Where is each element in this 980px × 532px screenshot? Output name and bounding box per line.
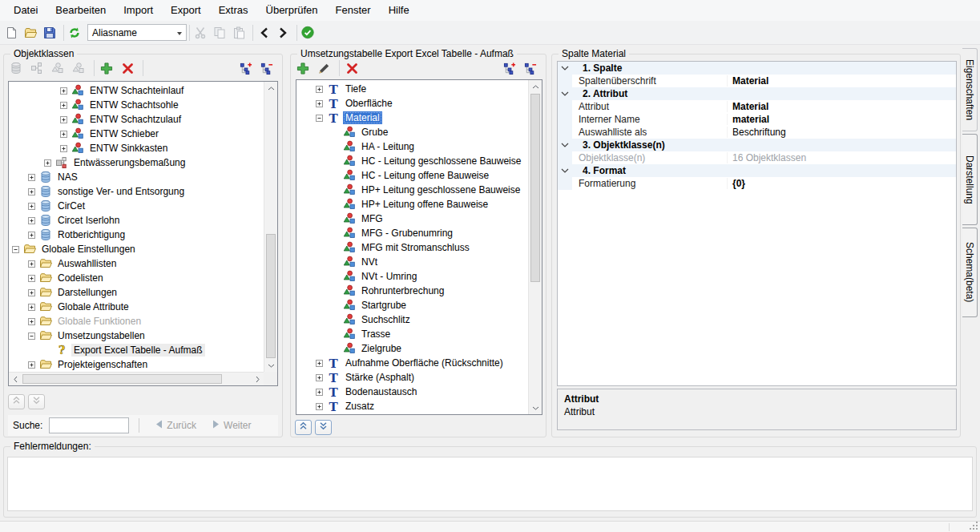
expander-icon[interactable] — [44, 159, 51, 167]
menu-item-hilfe[interactable]: Hilfe — [380, 0, 418, 21]
resize-grip-icon[interactable] — [970, 522, 978, 530]
delete-button[interactable] — [119, 58, 139, 78]
expander-icon[interactable] — [28, 203, 35, 210]
expander-icon[interactable] — [316, 403, 323, 410]
property-category-row[interactable]: 1. Spalte — [558, 62, 956, 75]
property-value[interactable]: {0} — [727, 178, 956, 189]
tree-item[interactable]: Darstellungen — [9, 285, 264, 300]
add-button[interactable] — [99, 58, 118, 78]
collapse-all-button[interactable] — [259, 58, 278, 78]
scrollbar-thumb[interactable] — [22, 374, 222, 384]
tree-item[interactable]: sonstige Ver- und Entsorgung — [9, 184, 264, 199]
property-row[interactable]: Auswahlliste alsBeschriftung — [558, 126, 956, 139]
vertical-scrollbar[interactable] — [264, 82, 277, 372]
tree-item[interactable]: Globale Funktionen — [9, 314, 264, 328]
property-value[interactable]: material — [727, 114, 956, 125]
scrollbar-thumb[interactable] — [266, 234, 276, 358]
expander-icon[interactable] — [60, 145, 67, 152]
delete-button[interactable] — [344, 58, 363, 78]
chevron-down-icon[interactable] — [558, 164, 572, 177]
database-button-disabled[interactable] — [8, 58, 27, 78]
expander-icon[interactable] — [60, 116, 67, 123]
tree-item[interactable]: Circet Iserlohn — [9, 213, 264, 228]
back-button[interactable] — [256, 23, 275, 42]
error-messages-area[interactable] — [7, 457, 973, 511]
tree-item[interactable]: Startgrube — [296, 298, 528, 312]
hierarchy-button-disabled[interactable] — [29, 58, 48, 78]
tree-item[interactable]: Globale Einstellungen — [9, 242, 264, 256]
property-row[interactable]: Interner Namematerial — [558, 113, 956, 126]
property-row[interactable]: Formatierung{0} — [558, 177, 956, 190]
property-row[interactable]: Objektklasse(n)16 Objektklassen — [558, 151, 956, 164]
search-next-button[interactable]: Weiter — [204, 417, 259, 434]
expander-icon[interactable] — [28, 232, 35, 239]
tree-item[interactable]: ?Export Excel Tabelle - Aufmaß — [9, 343, 264, 357]
collapse-all-button[interactable] — [522, 58, 542, 78]
expander-icon[interactable] — [12, 246, 19, 253]
tree-item[interactable]: MFG - Grubenumring — [296, 226, 528, 240]
scroll-right-icon[interactable] — [251, 373, 264, 385]
expander-icon[interactable] — [28, 318, 35, 325]
tree-item[interactable]: TAufnahme Oberfläche (Rückschnitte) — [296, 356, 528, 370]
expander-icon[interactable] — [316, 115, 323, 122]
property-row[interactable]: SpaltenüberschriftMaterial — [558, 75, 956, 87]
chevron-down-icon[interactable] — [558, 87, 572, 100]
paste-button[interactable] — [231, 23, 250, 42]
tree-item[interactable]: Rohrunterbrechung — [296, 284, 528, 298]
search-input[interactable] — [49, 417, 129, 433]
validate-button[interactable] — [300, 23, 319, 42]
side-tab-darstellung[interactable]: Darstellung — [962, 134, 978, 225]
tree-item[interactable]: Projekteigenschaften — [9, 357, 264, 372]
tree-item[interactable]: ENTW Schachteinlauf — [9, 83, 264, 98]
expander-icon[interactable] — [28, 304, 35, 311]
tree-item[interactable]: Suchschlitz — [296, 312, 528, 327]
expander-icon[interactable] — [316, 86, 323, 93]
property-category-row[interactable]: 4. Format — [558, 164, 956, 177]
add-button[interactable] — [295, 58, 314, 78]
scroll-up-icon[interactable] — [264, 82, 277, 95]
aliasname-combobox[interactable]: Aliasname — [87, 24, 187, 41]
tree-item[interactable]: TZusatz — [296, 399, 528, 413]
property-category-row[interactable]: 2. Attribut — [558, 87, 956, 100]
expander-icon[interactable] — [316, 389, 323, 396]
property-value[interactable]: Material — [727, 101, 956, 112]
expander-icon[interactable] — [28, 361, 35, 369]
menu-item-export[interactable]: Export — [162, 0, 210, 21]
tree-item[interactable]: CirCet — [9, 199, 264, 213]
tree-item[interactable]: NAS — [9, 170, 264, 184]
tree-item[interactable]: TMaterial — [296, 111, 528, 125]
tree-item[interactable]: HA - Leitung — [296, 139, 528, 154]
forward-button[interactable] — [275, 23, 294, 42]
expander-icon[interactable] — [316, 100, 323, 107]
tree-item[interactable]: Entwässerungsbemaßung — [9, 155, 264, 170]
chevron-down-icon[interactable] — [558, 139, 572, 151]
tree-item[interactable]: HC - Leitung geschlossene Bauweise — [296, 154, 528, 168]
move-down-button[interactable] — [28, 394, 45, 409]
tree-item[interactable]: HP+ Leitung offene Bauweise — [296, 197, 528, 212]
property-value[interactable]: Material — [727, 75, 956, 87]
tree-item[interactable]: ENTW Schieber — [9, 127, 264, 141]
tree-item[interactable]: HC - Leitung offene Bauweise — [296, 168, 528, 183]
expander-icon[interactable] — [316, 360, 323, 367]
tree-item[interactable]: NVt — [296, 255, 528, 269]
menu-item-fenster[interactable]: Fenster — [327, 0, 380, 21]
tree-item[interactable]: Codelisten — [9, 271, 264, 285]
scroll-up-icon[interactable] — [529, 80, 542, 93]
chevron-down-icon[interactable] — [558, 62, 572, 75]
menu-item-überprüfen[interactable]: Überprüfen — [257, 0, 327, 21]
search-back-button[interactable]: Zurück — [147, 417, 204, 434]
tree-item[interactable]: TStärke (Asphalt) — [296, 370, 528, 385]
expander-icon[interactable] — [28, 217, 35, 224]
tree-item[interactable]: Umsetzungstabellen — [9, 328, 264, 343]
side-tab-eigenschaften[interactable]: Eigenschaften — [962, 48, 978, 131]
expander-icon[interactable] — [28, 332, 35, 340]
tree-item[interactable]: HP+ Leitung geschlossene Bauweise — [296, 183, 528, 197]
tree-item[interactable]: MFG — [296, 212, 528, 226]
menu-item-datei[interactable]: Datei — [5, 0, 46, 21]
expander-icon[interactable] — [28, 289, 35, 296]
save-button[interactable] — [42, 23, 61, 42]
edit-button[interactable] — [316, 58, 335, 78]
new-document-button[interactable] — [3, 23, 22, 42]
expander-icon[interactable] — [60, 131, 67, 138]
expander-icon[interactable] — [60, 102, 67, 109]
